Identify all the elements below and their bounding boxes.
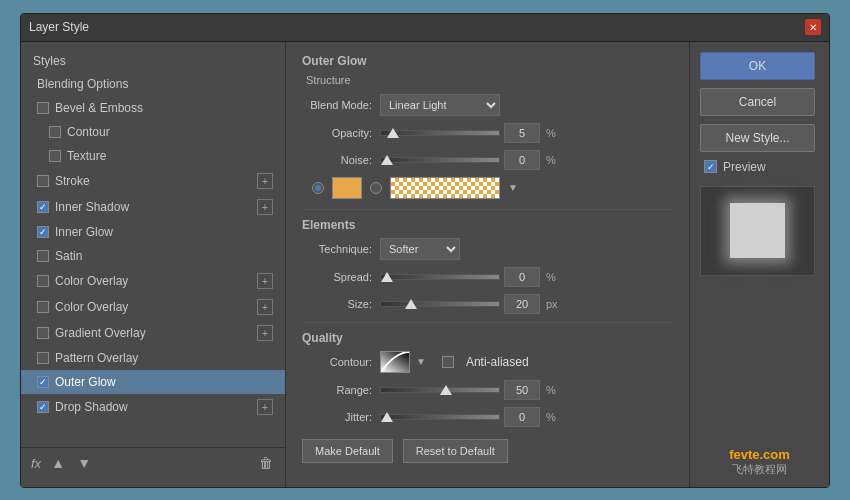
sidebar-item-drop-shadow[interactable]: ✓ Drop Shadow +	[21, 394, 285, 420]
bevel-emboss-checkbox[interactable]	[37, 102, 49, 114]
delete-button[interactable]: 🗑	[257, 454, 275, 472]
jitter-value-input[interactable]	[504, 407, 540, 427]
stroke-checkbox[interactable]	[37, 175, 49, 187]
watermark-sub: 飞特教程网	[700, 462, 819, 477]
range-row: Range: %	[302, 380, 673, 400]
drop-shadow-plus-button[interactable]: +	[257, 399, 273, 415]
sidebar-item-pattern-overlay[interactable]: Pattern Overlay	[21, 346, 285, 370]
make-default-button[interactable]: Make Default	[302, 439, 393, 463]
gradient-overlay-checkbox[interactable]	[37, 327, 49, 339]
sidebar-item-gradient-overlay[interactable]: Gradient Overlay +	[21, 320, 285, 346]
fx-label: fx	[31, 456, 41, 471]
technique-row: Technique: Softer Precise	[302, 238, 673, 260]
sidebar-item-color-overlay-1[interactable]: Color Overlay +	[21, 268, 285, 294]
contour-label: Contour	[67, 125, 110, 139]
noise-slider-thumb[interactable]	[381, 155, 393, 165]
range-label: Range:	[302, 384, 372, 396]
range-slider-track[interactable]	[380, 387, 500, 393]
color-overlay-2-plus-button[interactable]: +	[257, 299, 273, 315]
gradient-swatch[interactable]	[390, 177, 500, 199]
sidebar-item-blending-options[interactable]: Blending Options	[21, 72, 285, 96]
cancel-button[interactable]: Cancel	[700, 88, 815, 116]
preview-thumbnail	[730, 203, 785, 258]
technique-dropdown[interactable]: Softer Precise	[380, 238, 460, 260]
inner-glow-checkbox[interactable]: ✓	[37, 226, 49, 238]
gradient-overlay-plus-button[interactable]: +	[257, 325, 273, 341]
solid-color-radio[interactable]	[312, 182, 324, 194]
opacity-slider-track[interactable]	[380, 130, 500, 136]
title-bar: Layer Style ✕	[21, 14, 829, 42]
contour-label: Contour:	[302, 356, 372, 368]
sidebar-item-satin[interactable]: Satin	[21, 244, 285, 268]
range-unit: %	[546, 384, 556, 396]
pattern-overlay-checkbox[interactable]	[37, 352, 49, 364]
bottom-bar: fx ▲ ▼ 🗑	[21, 447, 285, 479]
color-swatch-area: ▼	[312, 177, 673, 199]
right-panel: OK Cancel New Style... ✓ Preview fevte.c…	[689, 42, 829, 487]
close-button[interactable]: ✕	[805, 19, 821, 35]
satin-checkbox[interactable]	[37, 250, 49, 262]
jitter-slider-track[interactable]	[380, 414, 500, 420]
new-style-button[interactable]: New Style...	[700, 124, 815, 152]
contour-dropdown-arrow[interactable]: ▼	[416, 356, 426, 367]
contour-picker[interactable]	[380, 351, 410, 373]
outer-glow-checkbox[interactable]: ✓	[37, 376, 49, 388]
color-overlay-1-plus-button[interactable]: +	[257, 273, 273, 289]
structure-header: Structure	[302, 74, 673, 86]
move-up-button[interactable]: ▲	[49, 454, 67, 472]
opacity-slider-thumb[interactable]	[387, 128, 399, 138]
jitter-slider-thumb[interactable]	[381, 412, 393, 422]
ok-button[interactable]: OK	[700, 52, 815, 80]
solid-color-swatch[interactable]	[332, 177, 362, 199]
opacity-unit: %	[546, 127, 556, 139]
quality-header: Quality	[302, 331, 673, 345]
size-slider-thumb[interactable]	[405, 299, 417, 309]
stroke-plus-button[interactable]: +	[257, 173, 273, 189]
drop-shadow-checkbox[interactable]: ✓	[37, 401, 49, 413]
satin-label: Satin	[55, 249, 82, 263]
preview-checkbox[interactable]: ✓	[704, 160, 717, 173]
reset-default-button[interactable]: Reset to Default	[403, 439, 508, 463]
sidebar-item-outer-glow[interactable]: ✓ Outer Glow	[21, 370, 285, 394]
anti-aliased-checkbox[interactable]	[442, 356, 454, 368]
sidebar-item-stroke[interactable]: Stroke +	[21, 168, 285, 194]
range-slider-thumb[interactable]	[440, 385, 452, 395]
contour-checkbox[interactable]	[49, 126, 61, 138]
gradient-radio[interactable]	[370, 182, 382, 194]
blend-mode-label: Blend Mode:	[302, 99, 372, 111]
opacity-row: Opacity: %	[302, 123, 673, 143]
noise-value-input[interactable]	[504, 150, 540, 170]
spread-value-input[interactable]	[504, 267, 540, 287]
sidebar-item-inner-glow[interactable]: ✓ Inner Glow	[21, 220, 285, 244]
size-value-input[interactable]	[504, 294, 540, 314]
color-overlay-1-checkbox[interactable]	[37, 275, 49, 287]
sidebar-item-contour[interactable]: Contour	[21, 120, 285, 144]
color-overlay-1-label: Color Overlay	[55, 274, 128, 288]
jitter-row: Jitter: %	[302, 407, 673, 427]
blend-mode-dropdown[interactable]: Linear Light Normal Screen Overlay	[380, 94, 500, 116]
spread-label: Spread:	[302, 271, 372, 283]
spread-slider-thumb[interactable]	[381, 272, 393, 282]
noise-slider-track[interactable]	[380, 157, 500, 163]
sidebar-item-inner-shadow[interactable]: ✓ Inner Shadow +	[21, 194, 285, 220]
texture-checkbox[interactable]	[49, 150, 61, 162]
bevel-emboss-label: Bevel & Emboss	[55, 101, 143, 115]
inner-shadow-checkbox[interactable]: ✓	[37, 201, 49, 213]
color-overlay-2-checkbox[interactable]	[37, 301, 49, 313]
sidebar-item-bevel-emboss[interactable]: Bevel & Emboss	[21, 96, 285, 120]
jitter-slider-container: %	[380, 407, 556, 427]
size-slider-track[interactable]	[380, 301, 500, 307]
spread-slider-track[interactable]	[380, 274, 500, 280]
inner-shadow-plus-button[interactable]: +	[257, 199, 273, 215]
spread-unit: %	[546, 271, 556, 283]
range-value-input[interactable]	[504, 380, 540, 400]
move-down-button[interactable]: ▼	[75, 454, 93, 472]
contour-row: Contour:	[302, 351, 673, 373]
contour-control-area: ▼ Anti-aliased	[380, 351, 529, 373]
outer-glow-label: Outer Glow	[55, 375, 116, 389]
sidebar-item-texture[interactable]: Texture	[21, 144, 285, 168]
gradient-arrow-icon[interactable]: ▼	[508, 182, 518, 193]
sidebar-item-color-overlay-2[interactable]: Color Overlay +	[21, 294, 285, 320]
noise-label: Noise:	[302, 154, 372, 166]
opacity-value-input[interactable]	[504, 123, 540, 143]
